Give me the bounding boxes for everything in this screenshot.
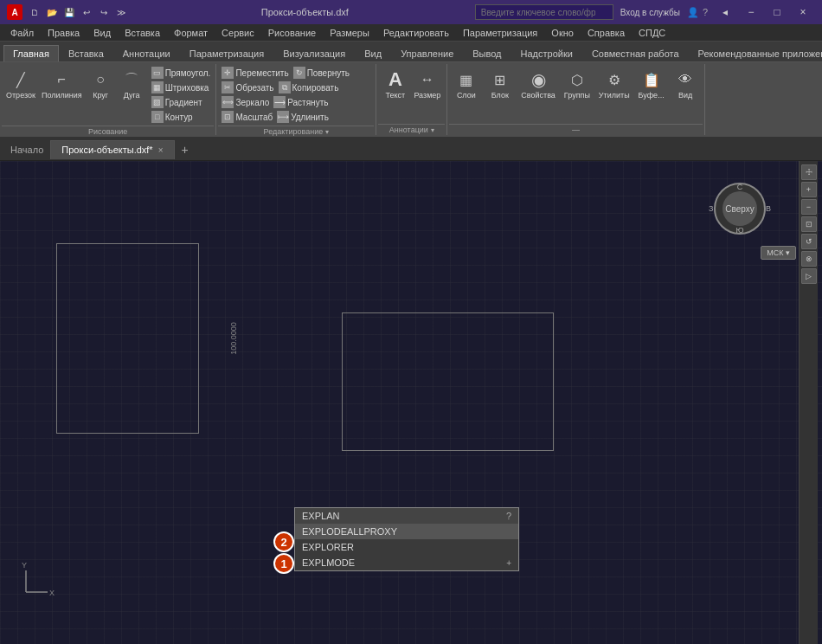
menu-sizes[interactable]: Размеры [323,26,376,40]
showmotion-btn[interactable]: ▷ [801,268,817,284]
ribbon-btn-utilities[interactable]: ⚙ Утилиты [596,66,633,122]
start-tab[interactable]: Начало [3,140,50,159]
tab-view[interactable]: Вид [355,45,391,61]
tab-output[interactable]: Вывод [463,45,511,61]
annot-expand-icon[interactable]: ▾ [431,126,434,134]
dimension-label-1: 100.0000 [229,322,238,355]
pin-button[interactable]: ◂ [713,0,737,24]
title-bar: А 🗋 📂 💾 ↩ ↪ ≫ Прокси-объекты.dxf Вход в … [0,0,822,24]
ribbon-btn-arc[interactable]: ⌒ Дуга [117,66,147,124]
user-icon[interactable]: 👤 [687,7,699,18]
ribbon-btn-layers[interactable]: ▦ Слои [451,66,481,122]
stretch-icon: ⟶ [273,96,286,108]
compass-widget[interactable]: Сверху С Ю З В [710,178,770,239]
menu-edit[interactable]: Правка [41,26,87,40]
tab-parametric[interactable]: Параметризация [180,45,273,61]
more-icon[interactable]: ≫ [114,5,128,19]
menu-file[interactable]: Файл [3,26,41,40]
ribbon-btn-buffer[interactable]: 📋 Буфе... [636,66,667,122]
ribbon-btn-circle[interactable]: ○ Круг [86,66,116,124]
dimension-icon: ↔ [415,68,440,92]
ribbon-btn-trim[interactable]: ✂ Обрезать [220,80,275,94]
menu-parametric[interactable]: Параметризация [456,26,544,40]
tab-home[interactable]: Главная [3,45,59,61]
ribbon-tabs: Главная Вставка Аннотации Параметризация… [0,42,822,62]
quick-access-toolbar: 🗋 📂 💾 ↩ ↪ ≫ [28,5,128,19]
ribbon-btn-region[interactable]: □ Контур [150,110,213,124]
tab-addins[interactable]: Надстройки [511,45,582,61]
zoom-in-btn[interactable]: + [801,182,817,197]
ribbon-btn-scale[interactable]: ⊡ Масштаб [220,110,274,124]
orbit-btn[interactable]: ↺ [801,234,817,249]
menu-insert[interactable]: Вставка [118,26,167,40]
minimize-button[interactable]: − [739,0,763,24]
ribbon-btn-properties[interactable]: ◉ Свойства [518,66,558,122]
maximize-button[interactable]: □ [765,0,789,24]
ribbon-btn-dimension[interactable]: ↔ Размер [411,66,443,122]
canvas-rect-1[interactable]: 100.0000 [56,243,199,434]
ribbon-btn-polyline[interactable]: ⌐ Полилиния [39,66,85,124]
ribbon-btn-extend[interactable]: ⟼ Удлинить [275,110,331,124]
search-input[interactable] [475,4,613,20]
app-icon: А [7,4,22,20]
menu-draw[interactable]: Рисование [261,26,323,40]
menu-window[interactable]: Окно [544,26,581,40]
tab-visualization[interactable]: Визуализация [273,45,355,61]
menu-help[interactable]: Справка [581,26,632,40]
menu-view[interactable]: Вид [87,26,118,40]
arc-icon: ⌒ [119,68,144,92]
active-doc-tab[interactable]: Прокси-объекты.dxf* × [50,140,174,159]
help-icon[interactable]: ? [703,7,708,17]
menu-service[interactable]: Сервис [215,26,261,40]
zoom-extent-btn[interactable]: ⊡ [801,216,817,232]
ribbon-btn-line[interactable]: ╱ Отрезок [3,66,38,124]
rotate-icon: ↻ [293,67,305,79]
tab-manage[interactable]: Управление [391,45,463,61]
undo-icon[interactable]: ↩ [80,5,93,19]
login-label[interactable]: Вход в службы [620,8,680,17]
ribbon-btn-move[interactable]: ✛ Переместить [220,66,290,80]
tab-collaborate[interactable]: Совместная работа [582,45,689,61]
tab-annotations[interactable]: Аннотации [113,45,180,61]
ribbon-btn-hatch[interactable]: ▦ Штриховка [150,80,213,94]
svg-text:Y: Y [22,561,27,570]
ribbon-btn-rectangle[interactable]: ▭ Прямоугол. [150,66,213,80]
tab-insert[interactable]: Вставка [59,45,113,61]
menu-spds[interactable]: СПДС [632,26,672,40]
autocomplete-header: EXPLAN ? [295,508,518,524]
ribbon-btn-viewcube[interactable]: 👁 Вид [671,66,701,122]
close-button[interactable]: × [791,0,815,24]
menu-modify[interactable]: Редактировать [376,26,456,40]
ribbon-btn-stretch[interactable]: ⟶ Растянуть [272,95,330,109]
ribbon-btn-text[interactable]: A Текст [380,66,410,122]
ribbon-btn-copy[interactable]: ⧉ Копировать [277,80,341,94]
edit-expand-icon[interactable]: ▾ [325,128,329,136]
autocomplete-item-2[interactable]: EXPLMODE + [295,555,518,570]
tab-recommended[interactable]: Рекомендованные приложения [689,45,822,61]
add-tab-button[interactable]: + [175,139,196,160]
drawing-canvas[interactable]: 100.0000 Сверху С Ю З В МСК ▾ ☩ + [0,161,822,644]
ribbon-btn-gradient[interactable]: ▧ Градиент [150,95,213,109]
mck-button[interactable]: МСК ▾ [761,246,796,260]
ribbon-btn-block[interactable]: ⊞ Блок [485,66,515,122]
autocomplete-item-0[interactable]: EXPLODEALLPROXY [295,524,518,539]
right-toolbar: ☩ + − ⊡ ↺ ⊗ ▷ [799,161,818,644]
canvas-rect-2[interactable] [342,312,554,451]
open-icon[interactable]: 📂 [45,5,59,19]
close-tab-icon[interactable]: × [158,145,164,155]
menu-format[interactable]: Формат [167,26,215,40]
zoom-out-btn[interactable]: − [801,199,817,215]
window-controls: ◂ − □ × [713,0,815,24]
autocomplete-help-icon[interactable]: ? [506,511,511,521]
ribbon-btn-mirror[interactable]: ⟺ Зеркало [220,95,271,109]
steering-btn[interactable]: ⊗ [801,251,817,267]
redo-icon[interactable]: ↪ [97,5,111,19]
ribbon-btn-rotate[interactable]: ↻ Повернуть [292,66,351,80]
new-file-icon[interactable]: 🗋 [28,5,42,19]
ribbon-btn-groups[interactable]: ⬡ Группы [562,66,593,122]
pan-tool-btn[interactable]: ☩ [801,164,817,180]
save-icon[interactable]: 💾 [62,5,76,19]
autocomplete-item-1[interactable]: EXPLORER [295,539,518,555]
compass-center[interactable]: Сверху [722,191,757,226]
groups-icon: ⬡ [565,68,589,92]
